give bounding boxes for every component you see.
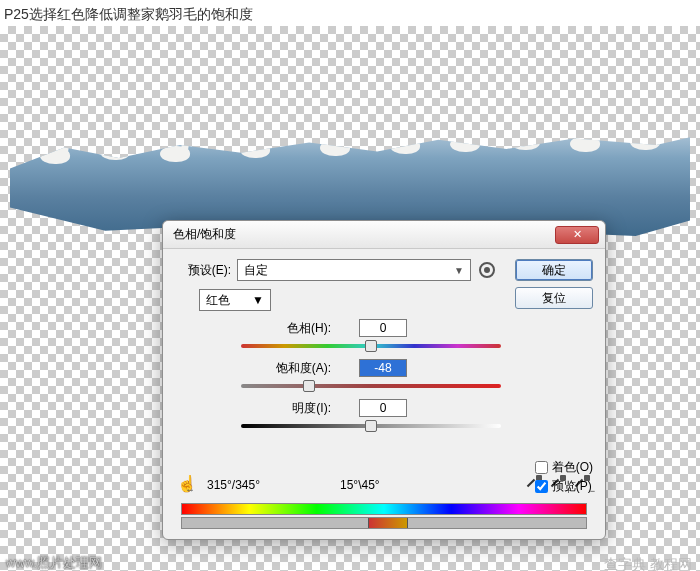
- dialog-title: 色相/饱和度: [169, 226, 555, 243]
- range-left-degrees: 315°/345°: [207, 478, 260, 492]
- preset-options-icon[interactable]: [479, 262, 495, 278]
- channel-value: 红色: [206, 292, 230, 309]
- preview-checkbox[interactable]: [535, 480, 548, 493]
- hue-slider[interactable]: [241, 339, 501, 353]
- saturation-row: 饱和度(A): -48: [241, 359, 501, 393]
- image-content-geese: [10, 106, 690, 236]
- dialog-body: 确定 复位 预设(E): 自定 ▼ 红色 ▼: [163, 249, 605, 539]
- lightness-label: 明度(I):: [241, 400, 331, 417]
- lightness-slider[interactable]: [241, 419, 501, 433]
- colorize-checkbox-label[interactable]: 着色(O): [535, 459, 593, 476]
- dialog-titlebar[interactable]: 色相/饱和度 ✕: [163, 221, 605, 249]
- saturation-slider[interactable]: [241, 379, 501, 393]
- lightness-row: 明度(I): 0: [241, 399, 501, 433]
- saturation-input[interactable]: -48: [359, 359, 407, 377]
- preview-text: 预览(P): [552, 478, 592, 495]
- channel-select[interactable]: 红色 ▼: [199, 289, 271, 311]
- close-button[interactable]: ✕: [555, 226, 599, 244]
- watermark-left: www.照片处理网 PHOTOPS.COM: [6, 554, 137, 571]
- reset-button[interactable]: 复位: [515, 287, 593, 309]
- saturation-thumb[interactable]: [303, 380, 315, 392]
- saturation-track: [241, 384, 501, 388]
- chevron-down-icon: ▼: [454, 265, 464, 276]
- hue-range-selection[interactable]: [368, 518, 408, 528]
- lightness-input[interactable]: 0: [359, 399, 407, 417]
- preset-select[interactable]: 自定 ▼: [237, 259, 471, 281]
- watermark-right-site: 查字典 教程网: [604, 556, 692, 571]
- saturation-label: 饱和度(A):: [241, 360, 331, 377]
- preview-checkbox-label[interactable]: 预览(P): [535, 478, 593, 495]
- colorize-text: 着色(O): [552, 459, 593, 476]
- range-row: 315°/345° 15°\45° + −: [175, 473, 593, 497]
- range-right-degrees: 15°\45°: [340, 478, 380, 492]
- page-caption: P25选择红色降低调整家鹅羽毛的饱和度: [4, 6, 253, 24]
- hue-row: 色相(H): 0: [241, 319, 501, 353]
- hue-input[interactable]: 0: [359, 319, 407, 337]
- preset-label: 预设(E):: [175, 262, 231, 279]
- canvas-checkerboard: 色相/饱和度 ✕ 确定 复位 预设(E): 自定 ▼ 红色: [0, 26, 700, 571]
- hue-saturation-dialog: 色相/饱和度 ✕ 确定 复位 预设(E): 自定 ▼ 红色: [162, 220, 606, 540]
- ok-button[interactable]: 确定: [515, 259, 593, 281]
- hue-thumb[interactable]: [365, 340, 377, 352]
- preset-value: 自定: [244, 262, 268, 279]
- hue-spectrum-top: [181, 503, 587, 515]
- hue-range-indicator[interactable]: [181, 517, 587, 529]
- sliders-group: 色相(H): 0 饱和度(A): -48: [241, 319, 501, 433]
- checkbox-group: 着色(O) 预览(P): [535, 457, 593, 495]
- hue-label: 色相(H):: [241, 320, 331, 337]
- close-icon: ✕: [573, 228, 582, 241]
- hue-range-strip: [181, 503, 587, 529]
- colorize-checkbox[interactable]: [535, 461, 548, 474]
- chevron-down-icon: ▼: [252, 293, 264, 307]
- scrub-hand-icon[interactable]: [175, 474, 197, 496]
- lightness-thumb[interactable]: [365, 420, 377, 432]
- watermark-left-line1: www.照片处理网: [6, 554, 137, 571]
